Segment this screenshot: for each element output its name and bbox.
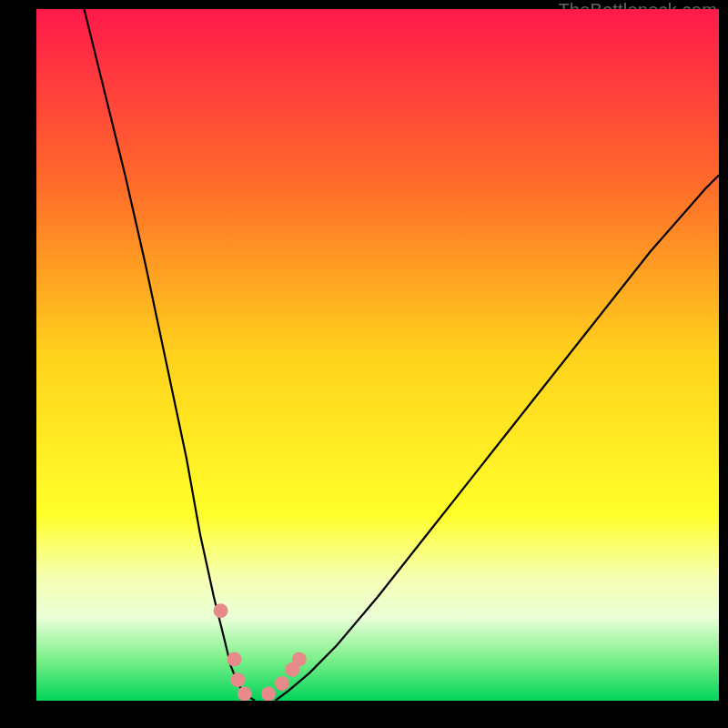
dot-1 — [214, 603, 228, 618]
dot-3 — [230, 672, 245, 687]
dot-8 — [292, 652, 307, 666]
chart-frame — [36, 9, 719, 701]
dot-2 — [228, 652, 242, 666]
bottleneck-curve-chart — [36, 9, 719, 701]
dot-6 — [275, 676, 289, 691]
dot-5 — [261, 686, 276, 701]
dot-4 — [238, 686, 252, 701]
